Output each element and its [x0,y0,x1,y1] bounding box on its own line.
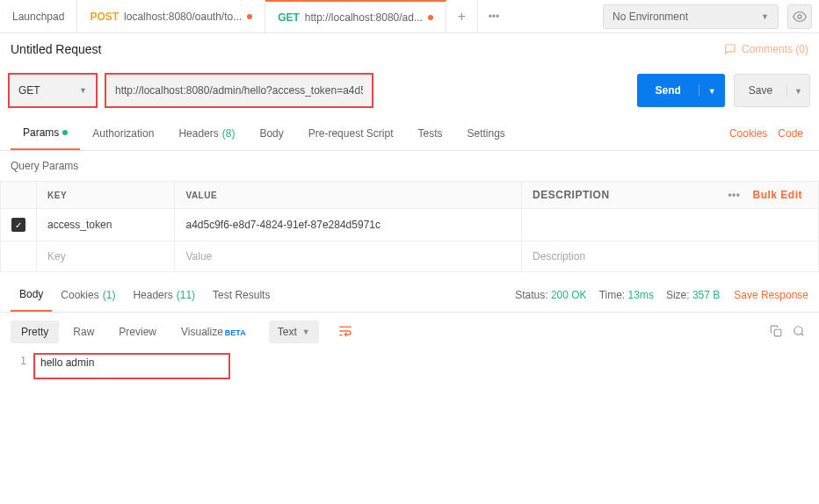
col-check [1,182,37,209]
view-raw[interactable]: Raw [62,320,105,343]
view-visualize[interactable]: VisualizeBETA [170,320,257,343]
cell-key[interactable]: access_token [37,209,175,241]
chevron-down-icon: ▼ [794,87,802,96]
query-params-title: Query Params [0,151,819,181]
tab-label: Launchpad [12,11,64,23]
save-button[interactable]: Save ▼ [734,74,810,107]
tab-settings[interactable]: Settings [455,116,518,150]
comments-button[interactable]: Comments (0) [724,43,808,55]
request-title: Untitled Request [11,42,102,56]
format-select[interactable]: Text▼ [269,320,319,343]
copy-icon [770,325,782,337]
wrap-lines-button[interactable] [330,320,361,345]
resp-tab-cookies[interactable]: Cookies (1) [52,277,124,312]
table-row-empty[interactable]: Key Value Description [1,241,819,272]
save-dropdown[interactable]: ▼ [786,84,809,97]
environment-quicklook-button[interactable] [787,4,812,29]
tab-prerequest[interactable]: Pre-request Script [296,116,406,150]
save-response-link[interactable]: Save Response [720,289,808,301]
size-value: 357 B [692,289,720,301]
unsaved-dot-icon [247,14,252,19]
search-button[interactable] [789,321,808,343]
svg-rect-3 [774,329,781,336]
svg-line-5 [801,333,804,335]
resp-tab-body[interactable]: Body [11,277,52,312]
view-pretty[interactable]: Pretty [11,320,59,343]
send-button[interactable]: Send ▼ [637,74,724,107]
response-body: 1 hello admin [0,351,819,381]
time-value: 13ms [628,289,654,301]
unsaved-dot-icon [428,15,433,20]
resp-tab-tests[interactable]: Test Results [204,277,279,312]
copy-button[interactable] [766,321,786,343]
comments-label: Comments (0) [742,43,808,55]
method-badge: GET [278,11,300,24]
col-desc: DESCRIPTION ••• Bulk Edit [522,182,819,209]
code-link[interactable]: Code [772,127,808,140]
view-preview[interactable]: Preview [108,320,167,343]
chevron-down-icon: ▼ [79,86,87,95]
send-label: Send [637,84,698,97]
save-label: Save [735,84,786,97]
wrap-icon [338,325,352,337]
tab-authorization[interactable]: Authorization [80,116,166,150]
beta-badge: BETA [225,328,246,337]
search-icon [793,325,805,337]
tab-launchpad[interactable]: Launchpad [0,0,77,32]
bulk-edit-link[interactable]: Bulk Edit [747,189,808,201]
response-text[interactable]: hello admin [35,355,228,378]
http-method-label: GET [18,84,40,97]
tab-tests[interactable]: Tests [405,116,454,150]
checkbox-checked-icon[interactable]: ✓ [11,218,25,232]
environment-label: No Environment [612,11,688,23]
cell-desc[interactable] [522,209,819,241]
column-options-button[interactable]: ••• [721,189,747,201]
line-number: 1 [11,355,35,378]
svg-point-0 [798,15,801,18]
active-dot-icon [62,130,68,135]
tab-options-button[interactable]: ••• [478,0,510,32]
http-method-select[interactable]: GET ▼ [9,74,97,107]
col-key: KEY [37,182,175,209]
send-dropdown[interactable]: ▼ [699,84,725,97]
cell-value-placeholder[interactable]: Value [175,241,522,272]
environment-select[interactable]: No Environment ▼ [603,4,779,29]
query-params-table: KEY VALUE DESCRIPTION ••• Bulk Edit ✓ ac… [0,181,819,272]
tab-label: http://localhost:8080/ad... [305,11,423,24]
cell-key-placeholder[interactable]: Key [37,241,175,272]
tab-admin[interactable]: GET http://localhost:8080/ad... [265,0,446,32]
cell-value[interactable]: a4d5c9f6-e8d7-4824-91ef-87e284d5971c [175,209,522,241]
tab-params[interactable]: Params [11,116,80,150]
col-value: VALUE [175,182,522,209]
chevron-down-icon: ▼ [761,12,769,21]
eye-icon [793,10,807,24]
resp-tab-headers[interactable]: Headers (11) [124,277,204,312]
table-row[interactable]: ✓ access_token a4d5c9f6-e8d7-4824-91ef-8… [1,209,819,241]
cookies-link[interactable]: Cookies [724,127,772,140]
tab-headers[interactable]: Headers (8) [166,116,247,150]
comment-icon [724,43,736,55]
tab-body[interactable]: Body [247,116,295,150]
svg-point-4 [794,326,802,334]
new-tab-button[interactable]: + [446,0,478,32]
chevron-down-icon: ▼ [708,87,716,96]
response-meta: Status: 200 OK Time: 13ms Size: 357 B [515,289,720,301]
status-value: 200 OK [551,289,587,301]
url-input[interactable] [105,74,373,107]
chevron-down-icon: ▼ [302,328,310,336]
tab-label: localhost:8080/oauth/to... [124,11,242,23]
cell-desc-placeholder[interactable]: Description [522,241,819,272]
tab-oauth[interactable]: POST localhost:8080/oauth/to... [77,0,265,32]
method-badge: POST [90,11,119,23]
